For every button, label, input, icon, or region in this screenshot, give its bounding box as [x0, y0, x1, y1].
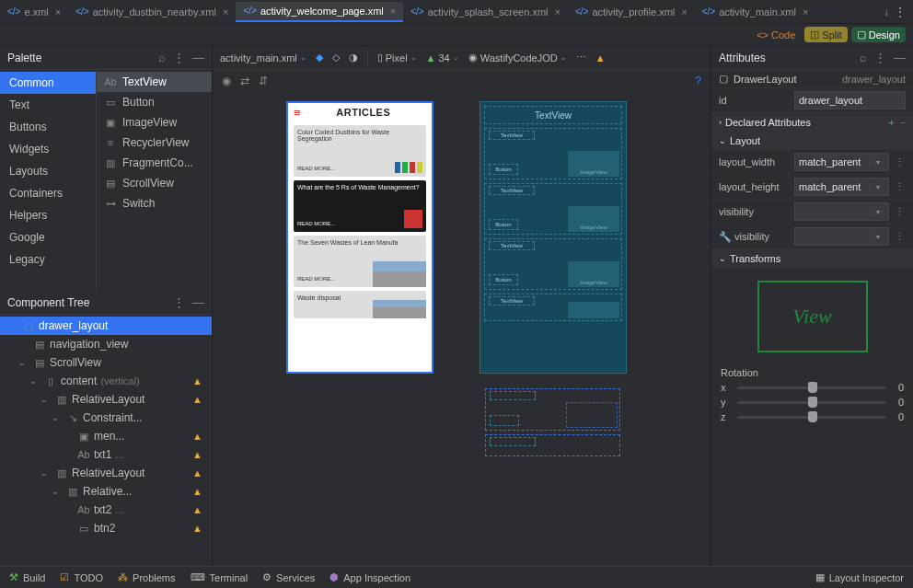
tree-arrow-icon[interactable]: ⌄	[40, 395, 52, 404]
tab-main[interactable]: </>activity_main.xml×	[695, 3, 816, 21]
tab-e-xml[interactable]: </>e.xml×	[0, 3, 68, 21]
more-icon[interactable]: ⋮	[173, 51, 185, 64]
add-icon[interactable]: +	[888, 117, 894, 128]
palette-cat-google[interactable]: Google	[0, 226, 96, 248]
close-icon[interactable]: ×	[55, 6, 61, 17]
section-transforms[interactable]: ⌄ Transforms	[711, 249, 913, 268]
tree-row[interactable]: Abtxt2 ...▲	[0, 501, 212, 519]
tree-row[interactable]: ⌄▤ScrollView	[0, 353, 212, 372]
remove-icon[interactable]: −	[900, 117, 906, 128]
app-inspection-tool[interactable]: ⬢App Inspection	[329, 571, 410, 583]
warning-icon[interactable]: ▲	[595, 52, 606, 63]
services-tool[interactable]: ⚙Services	[262, 571, 315, 583]
palette-item-button[interactable]: ▭Button	[97, 92, 212, 112]
more-icon[interactable]: ⋮	[173, 295, 185, 309]
tools-visibility-select[interactable]: ▾	[794, 227, 889, 246]
device-selector[interactable]: ▯Pixel⌄	[377, 52, 417, 63]
layout-height-select[interactable]: match_parent▾	[794, 178, 889, 196]
rotation-x-slider[interactable]	[737, 386, 885, 389]
palette-item-imageview[interactable]: ▣ImageView	[97, 112, 212, 133]
palette-item-switch[interactable]: ⊶Switch	[97, 193, 212, 213]
search-icon[interactable]: ⌕	[158, 51, 166, 64]
problems-tool[interactable]: ⁂Problems	[118, 571, 175, 583]
warning-icon[interactable]: ▲	[192, 394, 202, 405]
palette-item-recyclerview[interactable]: ≡RecyclerView	[97, 133, 212, 153]
zoom-icon[interactable]: ⇵	[259, 75, 268, 87]
more-icon[interactable]: ⋮	[874, 51, 886, 64]
tree-row[interactable]: Abtxt1 ...▲	[0, 445, 212, 464]
search-icon[interactable]: ⌕	[860, 51, 867, 64]
tree-arrow-icon[interactable]: ⌄	[18, 358, 29, 367]
palette-cat-widgets[interactable]: Widgets	[0, 138, 96, 160]
tree-row[interactable]: ▣men...▲	[0, 427, 212, 445]
tree-row[interactable]: ⌄▥Relative...▲	[0, 482, 212, 501]
tab-profile[interactable]: </>activity_profile.xml×	[568, 3, 695, 21]
warning-icon[interactable]: ▲	[192, 375, 202, 386]
palette-cat-containers[interactable]: Containers	[0, 182, 96, 204]
tree-row[interactable]: ▤navigation_view	[0, 335, 212, 353]
warning-icon[interactable]: ▲	[192, 486, 202, 497]
tree-arrow-icon[interactable]: ⌄	[52, 487, 63, 496]
section-declared[interactable]: › Declared Attributes +−	[711, 113, 913, 132]
design-canvas[interactable]: ≡ ARTICLES Color Coded Dustbins for Wast…	[213, 92, 711, 566]
build-tool[interactable]: ⚒Build	[9, 571, 45, 583]
close-icon[interactable]: ×	[390, 6, 396, 17]
palette-cat-buttons[interactable]: Buttons	[0, 116, 96, 138]
tree-row[interactable]: ▢drawer_layout	[0, 317, 212, 335]
layout-inspector-tool[interactable]: ▦Layout Inspector	[815, 571, 904, 583]
flag-icon[interactable]: ⋮	[895, 231, 906, 243]
minimize-icon[interactable]: —	[894, 51, 906, 64]
warning-icon[interactable]: ▲	[192, 431, 202, 442]
palette-cat-common[interactable]: Common	[0, 72, 96, 94]
close-icon[interactable]: ×	[223, 6, 228, 17]
flag-icon[interactable]: ⋮	[895, 206, 906, 218]
close-icon[interactable]: ×	[803, 6, 808, 17]
palette-item-textview[interactable]: AbTextView	[97, 72, 212, 92]
rotation-z-slider[interactable]	[737, 416, 885, 419]
minimize-icon[interactable]: —	[192, 51, 204, 64]
warning-icon[interactable]: ▲	[192, 504, 202, 515]
tree-arrow-icon[interactable]: ⌄	[40, 468, 52, 478]
close-icon[interactable]: ×	[681, 6, 687, 17]
tab-welcome[interactable]: </>activity_welcome_page.xml×	[236, 2, 403, 22]
palette-cat-helpers[interactable]: Helpers	[0, 204, 96, 226]
file-selector[interactable]: activity_main.xml⌄	[220, 52, 306, 63]
palette-item-scrollview[interactable]: ▤ScrollView	[97, 173, 212, 193]
orientation-icon[interactable]: ◇	[332, 52, 340, 63]
visibility-select[interactable]: ▾	[794, 202, 889, 221]
tab-splash[interactable]: </>activity_splash_screen.xml×	[403, 3, 568, 21]
visibility-icon[interactable]: ◉	[222, 75, 231, 87]
close-icon[interactable]: ×	[555, 6, 561, 17]
more-icon[interactable]: ⋯	[576, 52, 586, 63]
palette-cat-text[interactable]: Text	[0, 94, 96, 116]
pan-icon[interactable]: ⇄	[240, 75, 249, 87]
warning-icon[interactable]: ▲	[192, 523, 202, 534]
terminal-tool[interactable]: ⌨Terminal	[191, 571, 248, 583]
tree-row[interactable]: ⌄▯content (vertical)▲	[0, 372, 212, 390]
warning-icon[interactable]: ▲	[192, 449, 202, 460]
blueprint-surface[interactable]: TextView TextView Button ImageView TextV…	[480, 101, 627, 374]
palette-cat-legacy[interactable]: Legacy	[0, 248, 96, 271]
night-mode-icon[interactable]: ◑	[349, 52, 358, 63]
tree-arrow-icon[interactable]: ⌄	[52, 413, 63, 422]
warning-icon[interactable]: ▲	[192, 467, 202, 478]
help-icon[interactable]: ?	[695, 75, 701, 87]
split-mode-button[interactable]: ◫Split	[804, 27, 847, 42]
tree-row[interactable]: ⌄▥RelativeLayout▲	[0, 464, 212, 482]
tree-row[interactable]: ⌄↘Constraint...	[0, 409, 212, 427]
minimize-icon[interactable]: —	[192, 295, 204, 309]
tree-row[interactable]: ⌄▥RelativeLayout▲	[0, 390, 212, 409]
palette-item-fragment[interactable]: ▥FragmentCo...	[97, 153, 212, 173]
theme-selector[interactable]: ◉WastifyCodeJOD⌄	[468, 52, 567, 63]
flag-icon[interactable]: ⋮	[895, 181, 906, 193]
todo-tool[interactable]: ☑TODO	[60, 571, 103, 583]
layout-width-select[interactable]: match_parent▾	[794, 153, 889, 171]
tree-row[interactable]: ▭btn2▲	[0, 519, 212, 537]
download-icon[interactable]: ↓	[884, 6, 889, 18]
section-layout[interactable]: ⌄ Layout	[711, 132, 913, 150]
design-surface-icon[interactable]: ◆	[316, 52, 323, 63]
flag-icon[interactable]: ⋮	[895, 156, 906, 168]
api-selector[interactable]: ▲34⌄	[426, 52, 459, 63]
id-input[interactable]: drawer_layout	[794, 91, 906, 110]
tab-dustbin[interactable]: </>activity_dustbin_nearby.xml×	[68, 3, 236, 21]
